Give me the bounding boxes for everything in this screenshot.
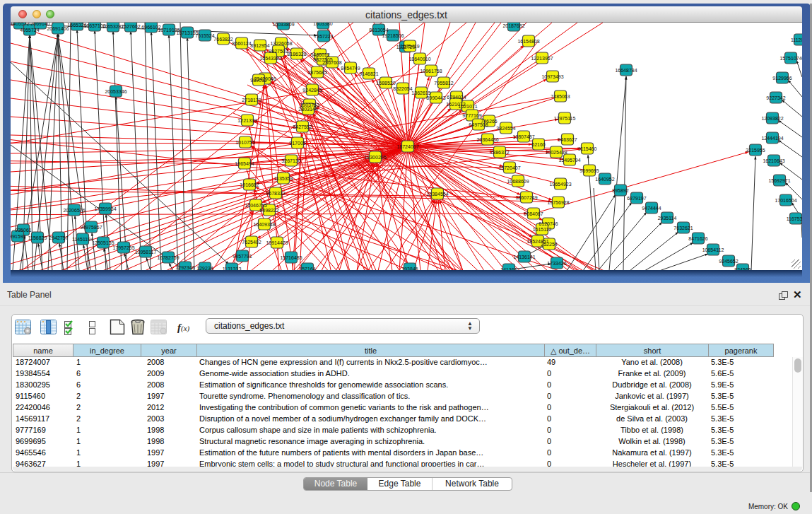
- svg-text:19384554: 19384554: [426, 192, 448, 197]
- svg-text:9827503: 9827503: [269, 49, 288, 54]
- svg-text:10807487: 10807487: [512, 134, 534, 139]
- svg-text:8678332: 8678332: [266, 191, 285, 196]
- svg-text:1010755: 1010755: [235, 140, 254, 145]
- svg-text:1405572: 1405572: [11, 23, 30, 26]
- svg-text:16210643: 16210643: [763, 158, 784, 163]
- svg-text:1916682: 1916682: [240, 182, 259, 187]
- svg-text:20364436: 20364436: [476, 137, 498, 142]
- svg-text:15716485: 15716485: [280, 255, 302, 260]
- svg-text:9242845: 9242845: [302, 88, 322, 93]
- svg-text:3267130: 3267130: [281, 158, 300, 163]
- svg-text:16154808: 16154808: [517, 39, 539, 44]
- svg-text:10914479: 10914479: [266, 240, 288, 245]
- svg-text:9777169: 9777169: [462, 113, 481, 118]
- svg-text:1615112: 1615112: [533, 227, 552, 232]
- svg-text:1167533: 1167533: [787, 216, 802, 221]
- svg-text:1362615: 1362615: [411, 90, 430, 95]
- svg-text:20053346: 20053346: [105, 89, 126, 94]
- svg-text:7485063: 7485063: [551, 94, 570, 99]
- svg-text:1527602: 1527602: [121, 24, 140, 29]
- svg-text:19756928: 19756928: [547, 200, 569, 205]
- svg-text:19218506: 19218506: [382, 33, 404, 38]
- svg-text:9146821: 9146821: [359, 71, 378, 76]
- svg-text:20206576: 20206576: [63, 208, 85, 213]
- svg-text:16782759: 16782759: [157, 255, 179, 260]
- svg-text:7886372: 7886372: [490, 150, 509, 155]
- svg-text:8990443: 8990443: [426, 95, 445, 100]
- svg-text:1292346: 1292346: [175, 265, 194, 270]
- svg-text:989012: 989012: [250, 78, 266, 83]
- svg-text:9699695: 9699695: [579, 168, 599, 173]
- svg-text:7632621: 7632621: [673, 226, 693, 230]
- svg-text:8427552: 8427552: [293, 124, 312, 129]
- svg-text:8471626: 8471626: [688, 236, 707, 241]
- svg-text:6120746: 6120746: [539, 221, 558, 226]
- svg-text:10958117: 10958117: [135, 250, 157, 255]
- svg-text:7625402: 7625402: [242, 240, 261, 245]
- svg-text:7357224: 7357224: [314, 34, 333, 39]
- svg-text:10654112: 10654112: [702, 247, 724, 252]
- svg-text:19654923: 19654923: [549, 182, 571, 187]
- svg-text:9129966: 9129966: [772, 76, 792, 81]
- svg-text:5466012: 5466012: [310, 52, 329, 57]
- svg-text:9463627: 9463627: [558, 137, 577, 142]
- svg-text:12505135: 12505135: [92, 240, 114, 245]
- svg-text:62160: 62160: [531, 142, 546, 147]
- svg-text:90975867: 90975867: [80, 225, 102, 230]
- svg-text:18640910: 18640910: [408, 57, 430, 62]
- svg-text:17957255: 17957255: [112, 245, 134, 250]
- svg-text:7955812: 7955812: [434, 81, 453, 86]
- svg-text:8186328: 8186328: [287, 52, 306, 57]
- svg-text:12213967: 12213967: [531, 56, 553, 61]
- svg-text:(x): (x): [181, 324, 190, 333]
- svg-text:6497508: 6497508: [469, 122, 488, 127]
- svg-text:8322054: 8322054: [393, 86, 412, 91]
- svg-text:16648784: 16648784: [615, 68, 637, 73]
- svg-text:9474444: 9474444: [642, 206, 661, 211]
- svg-text:14136141: 14136141: [513, 255, 535, 259]
- svg-text:7515524: 7515524: [195, 33, 214, 38]
- svg-text:15751074: 15751074: [779, 56, 801, 61]
- svg-text:10961758: 10961758: [420, 69, 442, 74]
- svg-text:1588520: 1588520: [376, 81, 395, 86]
- svg-text:12093822: 12093822: [761, 116, 783, 121]
- svg-text:16033809: 16033809: [272, 23, 294, 27]
- svg-text:9227342: 9227342: [766, 95, 785, 100]
- svg-text:20691406: 20691406: [47, 26, 69, 31]
- svg-text:20187682: 20187682: [502, 23, 524, 28]
- svg-text:4055724: 4055724: [20, 28, 39, 33]
- svg-text:1621071: 1621071: [458, 104, 477, 109]
- svg-text:252254: 252254: [541, 242, 557, 247]
- svg-text:16543382: 16543382: [259, 56, 281, 61]
- svg-text:1603380: 1603380: [313, 23, 332, 26]
- svg-text:1733426: 1733426: [547, 261, 566, 266]
- svg-text:6879197: 6879197: [627, 196, 646, 201]
- svg-text:10046755: 10046755: [245, 203, 266, 208]
- svg-text:6794024: 6794024: [447, 95, 466, 100]
- svg-text:8912954: 8912954: [250, 43, 269, 48]
- svg-text:3215955: 3215955: [746, 148, 765, 153]
- svg-text:12444194: 12444194: [761, 136, 783, 141]
- svg-text:917005: 917005: [289, 141, 305, 146]
- svg-text:2367608: 2367608: [322, 60, 341, 65]
- svg-text:18300295: 18300295: [364, 155, 386, 160]
- svg-text:17016504: 17016504: [775, 198, 796, 203]
- svg-text:1135359: 1135359: [274, 176, 293, 181]
- svg-text:10025438: 10025438: [545, 150, 567, 155]
- svg-text:8813054: 8813054: [369, 28, 388, 33]
- svg-text:11451194: 11451194: [72, 237, 93, 242]
- svg-text:2942757: 2942757: [49, 235, 68, 240]
- svg-text:15692971: 15692971: [768, 178, 790, 183]
- svg-text:895892: 895892: [612, 188, 628, 193]
- svg-text:1112045: 1112045: [791, 37, 802, 42]
- svg-text:9084067: 9084067: [524, 211, 543, 216]
- svg-text:15495794: 15495794: [558, 158, 580, 163]
- svg-text:7663822: 7663822: [213, 37, 233, 42]
- svg-text:3824554: 3824554: [496, 126, 515, 131]
- svg-text:3875685: 3875685: [307, 70, 326, 75]
- svg-text:1575419: 1575419: [400, 44, 419, 49]
- svg-text:9457791: 9457791: [233, 254, 252, 259]
- svg-text:2935114: 2935114: [658, 216, 677, 221]
- svg-text:16409348: 16409348: [253, 222, 275, 227]
- svg-text:2718170: 2718170: [242, 98, 261, 103]
